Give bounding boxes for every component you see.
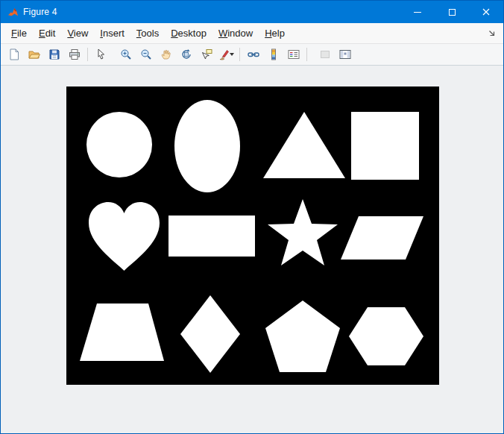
menu-tools-label: Tools	[136, 28, 159, 39]
print-figure-button[interactable]	[65, 45, 84, 64]
close-button[interactable]	[469, 1, 503, 23]
zoom-out-icon	[140, 48, 152, 60]
menu-bar: File Edit View Insert Tools Desktop Wind…	[1, 23, 503, 44]
figure-image	[66, 87, 439, 385]
rotate-3d-icon	[180, 48, 192, 60]
figure-window: Figure 4 File Edit View Insert Tools Des…	[0, 0, 504, 434]
data-cursor-icon	[201, 48, 212, 60]
shape-triangle	[263, 112, 345, 178]
show-plot-tools-button[interactable]	[336, 45, 354, 64]
brush-dropdown-icon[interactable]	[230, 53, 234, 56]
link-plot-button[interactable]	[244, 45, 262, 64]
save-figure-icon	[48, 48, 60, 60]
menu-edit-label: Edit	[39, 28, 55, 39]
shape-pentagon	[265, 301, 340, 372]
toolbar-separator	[306, 48, 307, 61]
shape-square	[351, 112, 419, 180]
menu-file[interactable]: File	[5, 25, 33, 42]
shape-rectangle	[168, 216, 255, 257]
print-figure-icon	[69, 48, 81, 60]
menu-window-label: Window	[218, 28, 253, 39]
menu-tools[interactable]: Tools	[130, 25, 165, 42]
pan-button[interactable]	[157, 45, 175, 64]
hide-plot-tools-button[interactable]	[315, 45, 334, 64]
title-bar: Figure 4	[1, 1, 503, 23]
rotate-3d-button[interactable]	[177, 45, 195, 64]
zoom-in-icon	[120, 48, 132, 60]
brush-icon	[219, 48, 229, 60]
menu-help-label: Help	[265, 28, 285, 39]
brush-button[interactable]	[217, 45, 236, 64]
edit-plot-button[interactable]	[92, 45, 110, 64]
link-plot-icon	[248, 48, 259, 60]
open-file-button[interactable]	[25, 45, 43, 64]
menu-file-label: File	[11, 28, 27, 39]
insert-legend-button[interactable]	[284, 45, 303, 64]
menu-edit[interactable]: Edit	[33, 25, 61, 42]
menu-view-label: View	[67, 28, 88, 39]
shape-circle	[86, 112, 152, 177]
open-file-icon	[28, 48, 40, 60]
window-controls	[400, 1, 503, 23]
insert-legend-icon	[288, 48, 300, 60]
menubar-toggle-icon[interactable]	[485, 28, 499, 39]
insert-colorbar-button[interactable]	[264, 45, 283, 64]
data-cursor-button[interactable]	[197, 45, 215, 64]
matlab-logo-icon	[7, 6, 19, 18]
shape-parallelogram	[341, 216, 423, 260]
window-title: Figure 4	[23, 7, 57, 17]
pan-icon	[160, 48, 172, 60]
maximize-button[interactable]	[435, 1, 469, 23]
maximize-icon	[449, 9, 456, 16]
shape-diamond	[180, 295, 240, 373]
insert-colorbar-icon	[268, 48, 280, 60]
menu-help[interactable]: Help	[259, 25, 291, 42]
menu-desktop-label: Desktop	[171, 28, 207, 39]
shape-trapezoid	[80, 304, 164, 361]
menu-insert[interactable]: Insert	[94, 25, 130, 42]
close-icon	[482, 8, 490, 16]
save-figure-button[interactable]	[45, 45, 63, 64]
menu-insert-label: Insert	[100, 28, 125, 39]
zoom-out-button[interactable]	[136, 45, 155, 64]
new-figure-button[interactable]	[4, 45, 23, 64]
shape-heart	[89, 202, 160, 271]
menu-desktop[interactable]: Desktop	[165, 25, 212, 42]
minimize-icon	[414, 12, 421, 13]
figure-toolbar	[1, 44, 503, 66]
hide-plot-tools-icon	[319, 48, 331, 60]
figure-canvas	[1, 66, 503, 433]
show-plot-tools-icon	[339, 48, 351, 60]
shape-star	[268, 199, 338, 265]
shape-hexagon	[349, 307, 423, 365]
new-figure-icon	[8, 48, 20, 60]
menu-view[interactable]: View	[61, 25, 94, 42]
zoom-in-button[interactable]	[116, 45, 135, 64]
toolbar-separator	[239, 48, 240, 61]
toolbar-separator	[87, 48, 88, 61]
minimize-button[interactable]	[400, 1, 435, 23]
edit-plot-icon	[95, 48, 107, 60]
shape-tall-ellipse	[174, 100, 240, 192]
menu-window[interactable]: Window	[212, 25, 259, 42]
